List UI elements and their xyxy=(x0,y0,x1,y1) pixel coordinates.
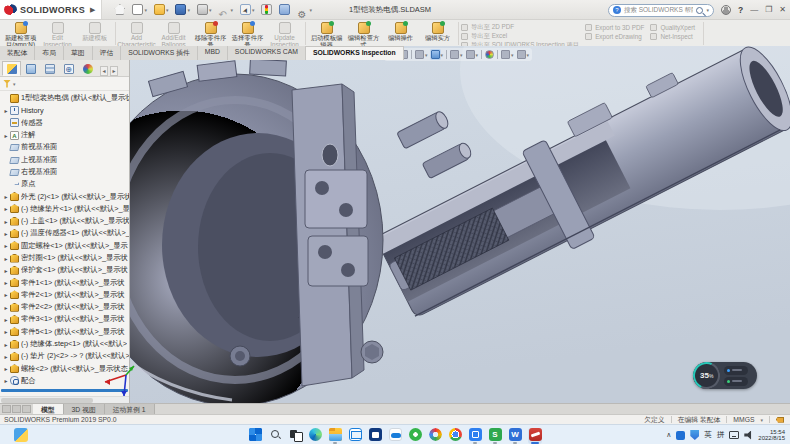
taskbar-file-explorer-button[interactable] xyxy=(328,428,342,444)
dropdown-caret-icon[interactable]: ▾ xyxy=(166,7,169,13)
dropdown-caret-icon[interactable]: ▾ xyxy=(511,52,514,58)
view-orientation-button[interactable]: ▾ xyxy=(431,50,444,59)
tree-item-assembly-root[interactable]: 1型铠装热电偶 (默认<默认_显示状态-1 xyxy=(0,92,129,104)
expand-arrow-icon[interactable]: ▸ xyxy=(2,377,10,384)
qat-print-button[interactable]: ▾ xyxy=(195,3,214,16)
menu-expand-arrow[interactable]: ▶ xyxy=(90,6,95,14)
search-caret-icon[interactable]: ▾ xyxy=(706,7,709,13)
qat-new-button[interactable]: ▾ xyxy=(130,3,149,16)
dropdown-caret-icon[interactable]: ▾ xyxy=(309,7,312,13)
tree-item-insulator-step[interactable]: ▸(-) 绝缘体.step<1> (默认<<默认> xyxy=(0,338,129,350)
taskbar-wps-button[interactable] xyxy=(488,428,502,444)
remove-balloons-button[interactable]: 移除零件序号 xyxy=(192,21,229,49)
qat-undo-button[interactable]: ▾ xyxy=(216,3,235,16)
edit-operation-button[interactable]: 编辑操作 xyxy=(382,21,419,42)
tab-add-ins[interactable]: SOLIDWORKS 插件 xyxy=(121,46,198,60)
close-button[interactable]: ✕ xyxy=(779,0,786,20)
taskbar-browser-360-button[interactable] xyxy=(428,428,442,444)
panel-tab-propertymanager[interactable] xyxy=(21,61,40,76)
zoom-indicator-widget[interactable]: 35% xyxy=(693,362,757,389)
search-scope-icon[interactable] xyxy=(613,6,621,14)
taskbar-app-green-button[interactable] xyxy=(408,428,422,444)
taskbar-youdao-button[interactable] xyxy=(468,428,482,444)
tab-layout[interactable]: 布局 xyxy=(35,46,64,60)
expand-arrow-icon[interactable]: ▸ xyxy=(2,132,10,139)
onedrive-tray-icon[interactable] xyxy=(676,431,685,440)
taskbar-search-button[interactable] xyxy=(268,428,282,444)
ime-indicator[interactable]: 拼 xyxy=(717,430,725,440)
taskbar-solidworks-button[interactable] xyxy=(528,428,542,444)
dropdown-caret-icon[interactable]: ▾ xyxy=(144,7,147,13)
panel-tab-configurationmanager[interactable] xyxy=(40,61,59,76)
expand-arrow-icon[interactable]: ▸ xyxy=(2,242,10,249)
minimize-button[interactable]: — xyxy=(750,0,758,20)
dropdown-caret-icon[interactable]: ▾ xyxy=(476,52,479,58)
panel-tab-featuremanager[interactable] xyxy=(2,61,21,76)
tree-item-part2-2[interactable]: ▸零件2<2> (默认<<默认>_显示状 xyxy=(0,301,129,313)
tab-cam[interactable]: SOLIDWORKS CAM xyxy=(228,46,306,60)
tree-item-part2-1[interactable]: ▸零件2<1> (默认<<默认>_显示状 xyxy=(0,289,129,301)
tree-item-annotations[interactable]: ▸注解 xyxy=(0,129,129,141)
select-balloons-button[interactable]: 选择零件序号 xyxy=(229,21,266,49)
restore-button[interactable]: ❐ xyxy=(765,0,772,20)
expand-arrow-icon[interactable]: ▸ xyxy=(2,304,10,311)
solidworks-logo[interactable]: SOLIDWORKS ▶ xyxy=(0,0,102,19)
tab-evaluate[interactable]: 评估 xyxy=(93,46,122,60)
expand-arrow-icon[interactable]: ▸ xyxy=(2,193,10,200)
tree-item-right-plane[interactable]: 右视基准面 xyxy=(0,166,129,178)
section-view-button[interactable]: ▾ xyxy=(415,50,428,59)
split-pane-button[interactable] xyxy=(2,405,11,413)
expand-arrow-icon[interactable]: ▸ xyxy=(2,205,10,212)
tree-item-origin[interactable]: 原点 xyxy=(0,178,129,190)
touch-keyboard-icon[interactable] xyxy=(729,431,739,439)
help-button[interactable]: ? xyxy=(738,5,743,15)
taskbar-task-view-button[interactable] xyxy=(288,428,302,444)
view-settings-button[interactable]: ▾ xyxy=(517,50,530,59)
tab-scroll-left-button[interactable]: ◂ xyxy=(100,66,108,76)
edit-appearance-button[interactable] xyxy=(485,50,494,59)
dropdown-caret-icon[interactable]: ▾ xyxy=(187,7,190,13)
expand-arrow-icon[interactable]: ▸ xyxy=(2,341,10,348)
apply-scene-button[interactable]: ▾ xyxy=(501,50,514,59)
new-inspection-project-button[interactable]: 新建检查项目(amp;N) xyxy=(2,21,39,49)
split-pane-button[interactable] xyxy=(22,405,31,413)
launch-template-editor-button[interactable]: 启动模板编辑器 xyxy=(308,21,345,49)
security-shield-icon[interactable] xyxy=(690,430,699,440)
qat-home-button[interactable] xyxy=(112,3,127,16)
tree-item-insulation-gasket[interactable]: ▸(-) 绝缘垫片<1> (默认<<默认>_显 xyxy=(0,203,129,215)
tree-item-fixing-bolt[interactable]: ▸固定螺栓<1> (默认<<默认>_显示 xyxy=(0,240,129,252)
widget-button-bottom[interactable] xyxy=(724,377,748,386)
expand-arrow-icon[interactable]: ▸ xyxy=(2,291,10,298)
panel-tab-displaymanager[interactable] xyxy=(78,61,97,76)
tree-item-gasket[interactable]: ▸(-) 垫片 (2)<2> -> ? (默认<<默认> xyxy=(0,350,129,362)
tree-item-seal-ring[interactable]: ▸密封圈<1> (默认<<默认>_显示状 xyxy=(0,252,129,264)
tab-sketch[interactable]: 草图 xyxy=(64,46,93,60)
tree-item-history[interactable]: ▸History xyxy=(0,104,129,116)
tree-item-shell[interactable]: ▸外壳 (2)<1> (默认<<默认>_显示状 xyxy=(0,190,129,202)
expand-arrow-icon[interactable]: ▸ xyxy=(2,267,10,274)
tree-item-top-cover[interactable]: ▸(-) 上盖<1> (默认<<默认>_显示状 xyxy=(0,215,129,227)
taskbar-start-button[interactable] xyxy=(248,428,262,444)
dropdown-caret-icon[interactable]: ▾ xyxy=(209,7,212,13)
taskbar-onedrive-button[interactable] xyxy=(388,428,402,444)
tray-overflow-chevron-icon[interactable]: ∧ xyxy=(666,431,671,439)
doc-tab-model[interactable]: 模型 xyxy=(33,404,64,414)
taskbar-mail-button[interactable] xyxy=(348,428,362,444)
display-style-button[interactable]: ▾ xyxy=(450,50,463,59)
taskbar-word-button[interactable] xyxy=(508,428,522,444)
expand-arrow-icon[interactable]: ▸ xyxy=(2,353,10,360)
hide-show-items-button[interactable]: ▾ xyxy=(466,50,479,59)
tree-item-front-plane[interactable]: 前视基准面 xyxy=(0,141,129,153)
tree-item-part5[interactable]: ▸零件5<1> (默认<<默认>_显示状 xyxy=(0,326,129,338)
panel-tab-dimxpertmanager[interactable] xyxy=(59,61,78,76)
expand-arrow-icon[interactable]: ▸ xyxy=(2,365,10,372)
help-search-box[interactable]: 搜索 SOLIDWORKS 帮助 ▾ xyxy=(608,4,714,17)
edit-vendor-button[interactable]: 编辑实方 xyxy=(419,21,456,42)
expand-arrow-icon[interactable]: ▸ xyxy=(2,218,10,225)
volume-icon[interactable] xyxy=(744,431,753,440)
taskbar-store-button[interactable] xyxy=(368,428,382,444)
dropdown-caret-icon[interactable]: ▾ xyxy=(460,52,463,58)
qat-file-properties-button[interactable] xyxy=(277,3,292,16)
dropdown-caret-icon[interactable]: ▾ xyxy=(252,7,255,13)
dropdown-caret-icon[interactable]: ▾ xyxy=(527,52,530,58)
